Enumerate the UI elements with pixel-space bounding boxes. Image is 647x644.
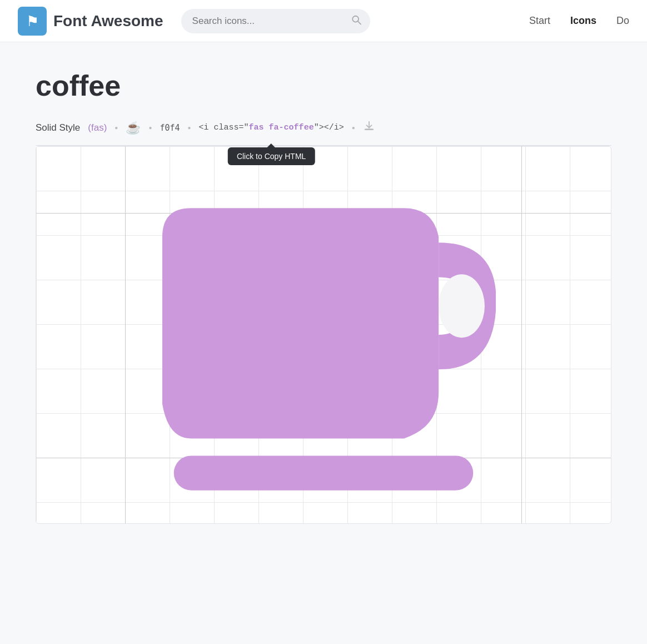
dot-4: ● xyxy=(352,125,355,131)
nav-icons[interactable]: Icons xyxy=(570,15,596,27)
svg-rect-3 xyxy=(365,129,372,130)
style-label: Solid Style xyxy=(36,122,80,133)
style-code: (fas) xyxy=(88,122,107,133)
coffee-small-icon: ☕ xyxy=(126,121,141,135)
html-snippet-wrap[interactable]: <i class="fas fa-coffee"></i> Click to C… xyxy=(199,123,344,132)
download-icon[interactable] xyxy=(363,120,375,135)
preview-area xyxy=(36,146,611,524)
search-input[interactable] xyxy=(181,9,370,33)
unicode-value: f0f4 xyxy=(160,123,180,133)
nav-links: Start Icons Do xyxy=(529,15,629,27)
dot-3: ● xyxy=(188,125,191,131)
header: ⚑ Font Awesome Start Icons Do xyxy=(0,0,647,42)
main-content: coffee Solid Style (fas) ● ☕ ● f0f4 ● <i… xyxy=(18,42,629,524)
search-bar xyxy=(181,9,370,33)
logo-box: ⚑ xyxy=(18,7,47,36)
logo-icon: ⚑ xyxy=(26,14,39,28)
html-post: "></i> xyxy=(314,123,344,132)
html-class: fas fa-coffee xyxy=(249,123,314,132)
nav-start[interactable]: Start xyxy=(529,15,550,27)
coffee-icon-display xyxy=(36,146,611,523)
svg-point-4 xyxy=(439,274,485,338)
html-snippet[interactable]: <i class="fas fa-coffee"></i> xyxy=(199,123,344,132)
html-pre: <i class=" xyxy=(199,123,249,132)
logo-area: ⚑ Font Awesome xyxy=(18,7,163,36)
dot-2: ● xyxy=(148,125,152,131)
dot-1: ● xyxy=(115,125,118,131)
page-title: coffee xyxy=(36,69,611,102)
svg-rect-5 xyxy=(174,456,474,491)
meta-row: Solid Style (fas) ● ☕ ● f0f4 ● <i class=… xyxy=(36,120,611,135)
nav-do[interactable]: Do xyxy=(616,15,629,27)
brand-name: Font Awesome xyxy=(53,12,163,30)
coffee-cup-svg xyxy=(151,174,496,496)
